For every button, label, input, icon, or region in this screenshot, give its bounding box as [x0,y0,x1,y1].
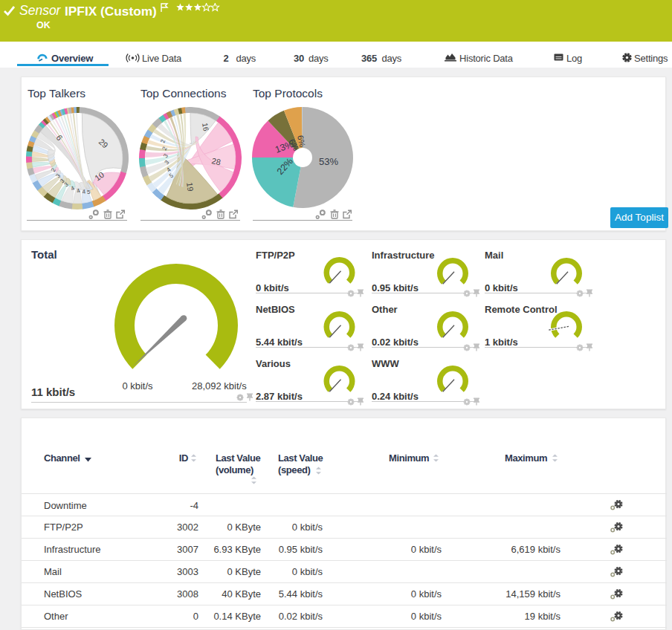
svg-text:28: 28 [211,156,222,166]
svg-text:53%: 53% [319,156,338,167]
svg-text:16: 16 [201,122,210,131]
svg-text:5: 5 [87,189,91,195]
svg-text:19: 19 [185,182,196,192]
